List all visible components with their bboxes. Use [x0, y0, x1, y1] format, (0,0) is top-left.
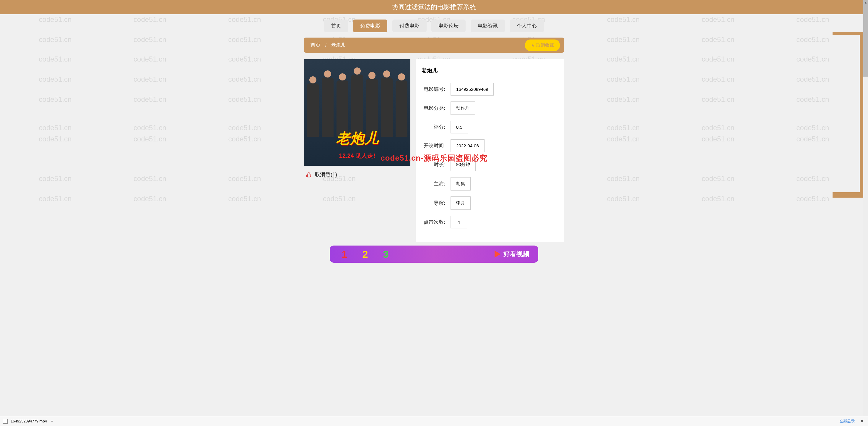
movie-title: 老炮儿 — [422, 67, 558, 74]
value-cast: 胡集 — [451, 177, 471, 191]
nav-paid-movies[interactable]: 付费电影 — [392, 20, 427, 32]
fav-button-label: 取消收藏 — [536, 42, 554, 48]
breadcrumb-current: 老炮儿 — [331, 42, 345, 48]
breadcrumb-home[interactable]: 首页 — [311, 42, 320, 49]
value-rating: 8.5 — [451, 121, 468, 134]
like-label: 取消赞(1) — [315, 171, 337, 178]
download-bar: 1649252094779.mp4 全部显示 ✕ — [0, 416, 868, 426]
label-movie-id: 电影编号: — [422, 86, 445, 93]
nav-forum[interactable]: 电影论坛 — [431, 20, 466, 32]
value-release: 2022-04-06 — [451, 139, 485, 152]
breadcrumb: 首页 / 老炮儿 ★ 取消收藏 — [304, 37, 564, 53]
detail-row-release: 开映时间: 2022-04-06 — [422, 139, 558, 152]
nav-home[interactable]: 首页 — [324, 20, 348, 32]
promo-number-2: 2 — [359, 248, 371, 261]
promo-brand-text: 好看视频 — [503, 250, 529, 259]
promo-brand: 好看视频 — [495, 250, 529, 259]
star-icon: ★ — [531, 43, 535, 48]
promo-number-1: 1 — [339, 248, 350, 261]
poster-date-text: 12.24 见人走! — [339, 152, 375, 160]
accent-frame — [833, 32, 865, 198]
nav-bar: 首页 免费电影 付费电影 电影论坛 电影资讯 个人中心 — [0, 14, 868, 37]
label-release: 开映时间: — [422, 142, 445, 149]
detail-row-cast: 主演: 胡集 — [422, 177, 558, 191]
label-director: 导演: — [422, 200, 445, 206]
detail-row-category: 电影分类: 动作片 — [422, 102, 558, 115]
value-clicks: 4 — [451, 216, 467, 228]
movie-poster: 老炮儿 12.24 见人走! — [304, 59, 410, 166]
play-triangle-icon — [495, 251, 500, 258]
nav-free-movies[interactable]: 免费电影 — [353, 20, 387, 32]
show-all-downloads-button[interactable]: 全部显示 — [839, 419, 855, 424]
value-duration: 90分钟 — [451, 158, 476, 171]
promo-numbers: 1 2 3 — [339, 248, 392, 261]
value-movie-id: 1649252089469 — [451, 83, 494, 95]
value-category: 动作片 — [451, 102, 475, 115]
header-title: 协同过滤算法的电影推荐系统 — [392, 3, 476, 11]
close-download-bar-button[interactable]: ✕ — [859, 418, 865, 424]
scroll-up-arrow-icon[interactable]: ▲ — [863, 0, 868, 5]
thumbs-up-icon — [306, 172, 312, 177]
download-filename: 1649252094779.mp4 — [11, 419, 47, 423]
detail-row-director: 导演: 李月 — [422, 196, 558, 210]
movie-detail-panel: 老炮儿 电影编号: 1649252089469 电影分类: 动作片 评分: 8.… — [416, 59, 564, 242]
label-cast: 主演: — [422, 180, 445, 187]
nav-news[interactable]: 电影资讯 — [471, 20, 505, 32]
value-director: 李月 — [451, 196, 471, 210]
promo-number-3: 3 — [380, 248, 392, 261]
poster-title-text: 老炮儿 — [336, 129, 378, 148]
label-rating: 评分: — [422, 124, 445, 131]
chevron-up-icon[interactable] — [50, 419, 54, 423]
detail-row-duration: 时长: 90分钟 — [422, 158, 558, 171]
download-item[interactable]: 1649252094779.mp4 — [3, 419, 54, 424]
label-category: 电影分类: — [422, 105, 445, 112]
cancel-like-button[interactable]: 取消赞(1) — [304, 166, 410, 183]
label-duration: 时长: — [422, 161, 445, 168]
promo-banner[interactable]: 1 2 3 好看视频 — [330, 246, 538, 263]
vertical-scrollbar[interactable]: ▲ ▼ — [863, 0, 868, 426]
scroll-thumb[interactable] — [863, 0, 868, 77]
label-clicks: 点击次数: — [422, 219, 445, 225]
detail-row-id: 电影编号: 1649252089469 — [422, 83, 558, 95]
detail-row-rating: 评分: 8.5 — [422, 121, 558, 134]
breadcrumb-separator: / — [325, 43, 327, 48]
detail-row-clicks: 点击次数: 4 — [422, 216, 558, 228]
cancel-favorite-button[interactable]: ★ 取消收藏 — [525, 39, 560, 51]
file-icon — [3, 419, 8, 424]
header-bar: 协同过滤算法的电影推荐系统 — [0, 0, 868, 14]
nav-profile[interactable]: 个人中心 — [509, 20, 544, 32]
